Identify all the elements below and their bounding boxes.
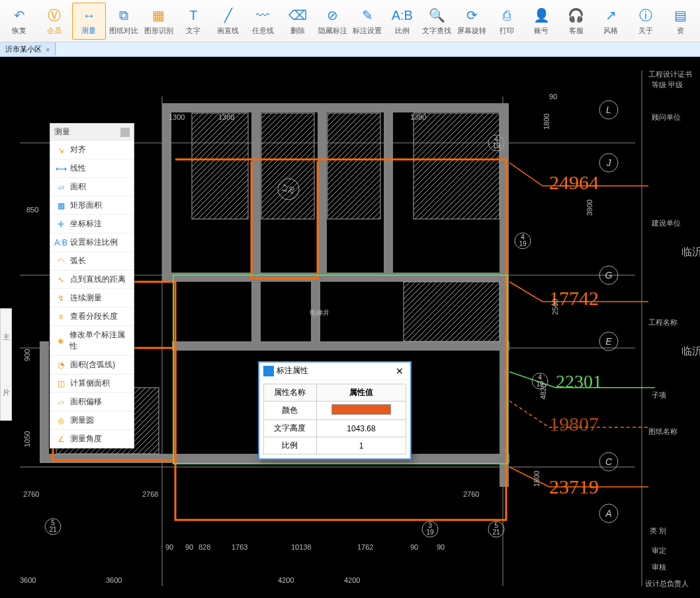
svg-text:建设单位: 建设单位: [651, 219, 681, 227]
color-swatch[interactable]: [331, 404, 391, 415]
svg-text:19: 19: [519, 240, 527, 247]
svg-text:1050: 1050: [23, 431, 31, 447]
measure-查看分段长度[interactable]: ≡查看分段长度: [50, 307, 134, 325]
tool-比例[interactable]: A:B比例: [386, 3, 419, 40]
svg-text:19: 19: [492, 142, 500, 150]
测量角度-icon: ∠: [56, 434, 66, 445]
svg-text:审定: 审定: [652, 546, 666, 554]
main-toolbar: ↶恢复Ⓥ会员↔测量⧉图纸对比▦图形识别T文字╱画直线〰任意线⌫删除⊘隐藏标注✎标…: [0, 0, 700, 42]
svg-text:1380: 1380: [410, 113, 426, 121]
修改单个标注属性-icon: ◈: [56, 335, 66, 346]
dialog-close-button[interactable]: ✕: [393, 366, 406, 376]
svg-text:A: A: [605, 508, 611, 519]
删除-icon: ⌫: [288, 6, 307, 24]
svg-rect-23: [404, 282, 500, 341]
measure-矩形面积[interactable]: ▦矩形面积: [50, 196, 134, 214]
tool-标注设置[interactable]: ✎标注设置: [351, 3, 384, 40]
drawing-canvas[interactable]: L J G E C A 419 419 419 521 521 319 2496…: [0, 57, 700, 598]
prop-value-文字高度[interactable]: 1043.68: [316, 420, 406, 437]
svg-text:审核: 审核: [652, 563, 666, 571]
svg-text:2760: 2760: [23, 490, 39, 498]
measure-连续测量[interactable]: ↯连续测量: [50, 288, 134, 307]
measure-线性[interactable]: ⟷线性: [50, 159, 134, 177]
svg-rect-14: [251, 275, 261, 348]
资-icon: ▤: [672, 6, 690, 24]
svg-text:90: 90: [437, 543, 445, 551]
svg-rect-18: [384, 110, 393, 275]
measure-测量圆[interactable]: ◎测量圆: [50, 411, 134, 429]
svg-rect-8: [162, 103, 171, 282]
面积偏移-icon: ▱: [56, 397, 66, 407]
tool-画直线[interactable]: ╱画直线: [212, 3, 245, 40]
prop-value-颜色[interactable]: [316, 402, 406, 420]
annot-3: 22301: [556, 371, 602, 392]
tool-测量[interactable]: ↔测量: [72, 3, 106, 40]
屏幕旋转-icon: ⟳: [462, 6, 481, 24]
tool-隐藏标注[interactable]: ⊘隐藏标注: [316, 3, 349, 40]
文字-icon: T: [184, 6, 202, 24]
measure-设置标注比例[interactable]: A:B设置标注比例: [50, 233, 134, 251]
标注设置-icon: ✎: [358, 6, 376, 24]
measure-面积[interactable]: ▱面积: [50, 177, 134, 196]
任意线-icon: 〰: [253, 6, 272, 24]
measure-对齐[interactable]: ↘对齐: [50, 140, 134, 159]
measure-面积偏移[interactable]: ▱面积偏移: [50, 392, 134, 411]
tool-账号[interactable]: 👤账号: [525, 3, 558, 40]
svg-text:90: 90: [410, 543, 418, 551]
svg-text:2560: 2560: [551, 299, 559, 315]
tool-恢复[interactable]: ↶恢复: [3, 3, 36, 40]
tool-会员[interactable]: Ⓥ会员: [38, 3, 71, 40]
tool-图形识别[interactable]: ▦图形识别: [142, 3, 175, 40]
measure-弧长[interactable]: ◠弧长: [50, 251, 134, 270]
tool-图纸对比[interactable]: ⧉图纸对比: [107, 3, 141, 40]
tab-close-icon[interactable]: ×: [46, 46, 50, 54]
svg-text:E: E: [605, 336, 612, 347]
tool-资[interactable]: ▤资: [664, 3, 697, 40]
图形识别-icon: ▦: [150, 6, 168, 24]
tool-客服[interactable]: 🎧客服: [560, 3, 593, 40]
svg-text:设计总负责人: 设计总负责人: [645, 579, 689, 587]
measure-面积(含弧线)[interactable]: ◔面积(含弧线): [50, 355, 134, 374]
svg-rect-7: [162, 103, 506, 112]
svg-text:临沂: 临沂: [681, 246, 700, 257]
svg-rect-16: [251, 110, 261, 275]
tool-屏幕旋转[interactable]: ⟳屏幕旋转: [455, 3, 489, 40]
面积(含弧线)-icon: ◔: [56, 360, 66, 370]
svg-rect-10: [162, 273, 506, 282]
矩形面积-icon: ▦: [56, 200, 66, 211]
dialog-icon: [263, 366, 274, 376]
document-tab[interactable]: 沂市某小区 ×: [0, 42, 56, 56]
svg-text:2768: 2768: [142, 490, 158, 498]
svg-rect-11: [172, 341, 509, 351]
prop-value-比例[interactable]: 1: [316, 437, 406, 454]
tool-文字查找[interactable]: 🔍文字查找: [420, 3, 454, 40]
measure-计算侧面积[interactable]: ◫计算侧面积: [50, 374, 134, 392]
measure-panel-header[interactable]: 测量: [50, 124, 134, 140]
measure-测量角度[interactable]: ∠测量角度: [50, 429, 134, 448]
tool-删除[interactable]: ⌫删除: [281, 3, 315, 40]
tool-风格[interactable]: ↗风格: [594, 3, 628, 40]
连续测量-icon: ↯: [56, 293, 66, 304]
measure-坐标标注[interactable]: ✛坐标标注: [50, 214, 134, 233]
measure-点到直线的距离[interactable]: ⤡点到直线的距离: [50, 270, 134, 288]
svg-text:3600: 3600: [20, 576, 36, 584]
measure-修改单个标注属性[interactable]: ◈修改单个标注属性: [50, 325, 134, 355]
tool-打印[interactable]: ⎙打印: [490, 3, 523, 40]
svg-text:1800: 1800: [543, 114, 550, 130]
measure-panel: 测量 ↘对齐⟷线性▱面积▦矩形面积✛坐标标注A:B设置标注比例◠弧长⤡点到直线的…: [50, 123, 134, 448]
svg-text:850: 850: [26, 206, 38, 214]
dropdown-icon[interactable]: [120, 128, 130, 137]
svg-rect-22: [414, 113, 500, 219]
线性-icon: ⟷: [56, 163, 66, 174]
svg-text:1380: 1380: [218, 113, 234, 121]
tool-任意线[interactable]: 〰任意线: [246, 3, 280, 40]
svg-text:1800: 1800: [533, 471, 541, 487]
面积-icon: ▱: [56, 182, 66, 192]
dialog-titlebar[interactable]: 标注属性 ✕: [259, 363, 410, 380]
tool-文字[interactable]: T文字: [177, 3, 210, 40]
svg-text:19: 19: [426, 529, 434, 536]
tool-关于[interactable]: ⓘ关于: [629, 3, 663, 40]
客服-icon: 🎧: [567, 6, 586, 24]
side-palette[interactable]: 主 片: [0, 308, 12, 421]
svg-text:工程设计证书: 工程设计证书: [648, 70, 692, 78]
